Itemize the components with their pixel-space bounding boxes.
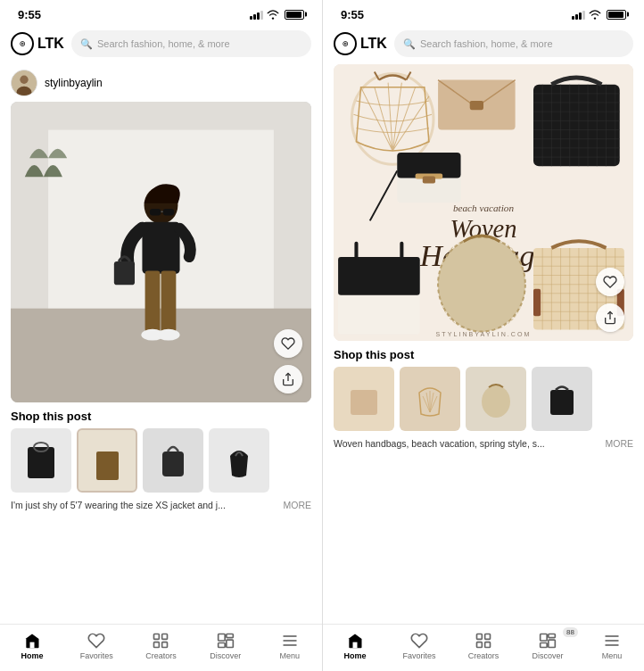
status-bar-right: 9:55 <box>323 0 644 25</box>
svg-rect-8 <box>114 261 135 285</box>
nav-creators-label-right: Creators <box>468 651 500 660</box>
svg-rect-41 <box>423 176 435 183</box>
heart-button-left[interactable] <box>274 329 302 358</box>
nav-creators-label-left: Creators <box>145 651 177 660</box>
nav-favorites-label-right: Favorites <box>402 651 435 660</box>
heart-button-right[interactable] <box>596 268 624 296</box>
nav-home-right[interactable]: Home <box>332 632 378 660</box>
more-button-right[interactable]: MORE <box>606 438 634 449</box>
menu-icon-left <box>281 632 299 650</box>
status-icons-left <box>250 9 304 20</box>
caption-text-right: Woven handbags, beach vacation, spring s… <box>334 438 602 451</box>
handbag-collage-bg: beach vacation Woven Handbags <box>334 64 633 341</box>
signal-icon-left <box>250 9 263 20</box>
svg-point-56 <box>482 385 510 418</box>
svg-rect-62 <box>485 642 491 648</box>
ltk-text-right: LTK <box>360 36 387 52</box>
shop-item-3-right[interactable] <box>466 367 526 431</box>
svg-rect-26 <box>218 634 225 642</box>
svg-rect-55 <box>351 390 377 415</box>
svg-rect-61 <box>477 642 483 648</box>
shop-items-right <box>334 367 633 431</box>
heart-icon-left <box>87 632 105 650</box>
shop-item-2-left[interactable] <box>77 428 137 493</box>
svg-rect-63 <box>541 634 548 642</box>
svg-rect-58 <box>353 642 358 649</box>
home-icon-right <box>346 632 364 650</box>
shop-item-4-left[interactable] <box>209 428 269 493</box>
svg-rect-47 <box>338 257 420 295</box>
ltk-logo-left: ◎ LTK <box>11 32 64 55</box>
nav-discover-right[interactable]: 88 Discover <box>524 632 571 660</box>
share-button-left[interactable] <box>274 365 302 393</box>
caption-row-right: Woven handbags, beach vacation, spring s… <box>323 435 644 451</box>
nav-favorites-left[interactable]: Favorites <box>73 632 120 660</box>
svg-rect-21 <box>30 642 35 649</box>
nav-favorites-right[interactable]: Favorites <box>396 632 442 660</box>
svg-text:beach vacation: beach vacation <box>453 203 514 213</box>
discover-icon-left <box>217 632 235 650</box>
svg-rect-23 <box>162 634 168 640</box>
svg-rect-57 <box>550 390 574 415</box>
ltk-text-left: LTK <box>37 36 64 52</box>
shop-section-right: Shop this post <box>323 341 644 435</box>
svg-rect-20 <box>162 451 184 476</box>
nav-menu-label-right: Menu <box>602 651 623 660</box>
share-button-right[interactable] <box>596 303 624 332</box>
search-icon-right: 🔍 <box>403 38 416 50</box>
svg-rect-27 <box>226 634 233 638</box>
svg-rect-65 <box>549 640 556 647</box>
svg-rect-9 <box>145 271 161 332</box>
user-row-left[interactable]: stylinbyaylin <box>0 64 322 102</box>
heart-icon-right <box>410 632 428 650</box>
nav-menu-label-left: Menu <box>280 651 301 660</box>
battery-icon-left <box>285 10 304 20</box>
shop-item-4-right[interactable] <box>532 367 592 431</box>
shop-title-right: Shop this post <box>334 348 633 361</box>
caption-text-left: I'm just shy of 5'7 wearing the size XS … <box>11 500 280 512</box>
discover-badge-count: 88 <box>563 627 578 637</box>
svg-point-12 <box>157 329 179 341</box>
shop-item-1-right[interactable] <box>334 367 394 431</box>
svg-rect-37 <box>533 85 620 167</box>
phone-right: 9:55 ◎ LTK 🔍 Search fashio <box>322 0 644 671</box>
shop-item-3-left[interactable] <box>143 428 203 493</box>
nav-creators-left[interactable]: Creators <box>137 632 184 660</box>
caption-row-left: I'm just shy of 5'7 wearing the size XS … <box>0 496 322 512</box>
fashion-photo-bg <box>11 102 311 402</box>
status-time-right: 9:55 <box>341 8 364 21</box>
nav-home-left[interactable]: Home <box>9 632 55 660</box>
phone-left: 9:55 ◎ LTK 🔍 Search fashio <box>0 0 322 671</box>
svg-rect-24 <box>154 642 160 648</box>
search-placeholder-left: Search fashion, home, & more <box>97 38 230 49</box>
home-icon-left <box>23 632 41 650</box>
ltk-circle-icon-left: ◎ <box>11 32 34 55</box>
signal-icon-right <box>572 9 585 20</box>
svg-text:STYLINBYAYLIN.COM: STYLINBYAYLIN.COM <box>435 331 531 338</box>
nav-creators-right[interactable]: Creators <box>460 632 507 660</box>
svg-rect-10 <box>161 271 177 332</box>
svg-rect-64 <box>549 634 556 638</box>
shop-item-1-left[interactable] <box>11 428 71 493</box>
header-left: ◎ LTK 🔍 Search fashion, home, & more <box>0 25 322 64</box>
search-bar-right[interactable]: 🔍 Search fashion, home, & more <box>394 30 633 57</box>
nav-discover-label-right: Discover <box>532 651 563 660</box>
nav-menu-right[interactable]: Menu <box>589 632 635 660</box>
nav-menu-left[interactable]: Menu <box>267 632 313 660</box>
shop-items-left <box>11 428 311 493</box>
svg-rect-19 <box>96 451 119 480</box>
username-left: stylinbyaylin <box>45 77 103 89</box>
ltk-logo-right: ◎ LTK <box>334 32 387 55</box>
svg-rect-51 <box>533 289 541 317</box>
search-icon-left: 🔍 <box>80 38 93 50</box>
search-bar-left[interactable]: 🔍 Search fashion, home, & more <box>71 30 311 57</box>
svg-rect-25 <box>162 642 168 648</box>
more-button-left[interactable]: MORE <box>284 500 312 510</box>
search-placeholder-right: Search fashion, home, & more <box>420 38 553 49</box>
nav-discover-left[interactable]: Discover <box>202 632 249 660</box>
svg-rect-66 <box>541 643 548 648</box>
svg-point-1 <box>20 76 28 84</box>
shop-item-2-right[interactable] <box>400 367 460 431</box>
svg-rect-60 <box>485 634 491 640</box>
nav-home-label-right: Home <box>343 651 366 660</box>
